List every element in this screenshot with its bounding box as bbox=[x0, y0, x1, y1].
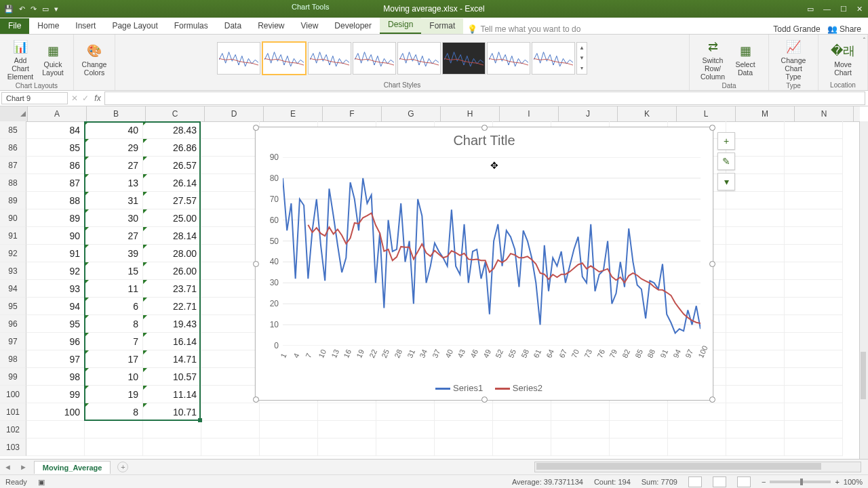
cell[interactable] bbox=[785, 139, 843, 157]
cell[interactable]: 16.14 bbox=[143, 333, 201, 350]
cell[interactable]: 28.00 bbox=[143, 245, 201, 262]
cell[interactable] bbox=[726, 262, 785, 280]
cell[interactable] bbox=[726, 280, 785, 298]
zoom-level[interactable]: 100% bbox=[844, 478, 863, 486]
cell[interactable]: 87 bbox=[26, 174, 85, 192]
cell[interactable] bbox=[260, 403, 318, 421]
tab-design[interactable]: Design bbox=[380, 17, 421, 34]
cell[interactable] bbox=[726, 439, 785, 456]
redo-icon[interactable]: ↷ bbox=[31, 5, 37, 14]
cell[interactable]: 25.00 bbox=[143, 209, 201, 227]
tab-file[interactable]: File bbox=[0, 18, 29, 34]
close-icon[interactable]: ✕ bbox=[856, 5, 863, 14]
cell[interactable] bbox=[785, 245, 843, 262]
cell[interactable]: 100 bbox=[26, 403, 85, 421]
cell[interactable]: 19 bbox=[85, 386, 143, 403]
column-header[interactable]: I bbox=[500, 106, 559, 121]
cell[interactable]: 27 bbox=[85, 227, 143, 245]
cell[interactable] bbox=[610, 439, 668, 456]
cell[interactable]: 26.86 bbox=[143, 139, 201, 157]
row-header[interactable]: 89 bbox=[0, 192, 26, 209]
cell[interactable]: 95 bbox=[26, 315, 85, 333]
cell[interactable] bbox=[785, 421, 843, 439]
column-header[interactable]: D bbox=[205, 106, 264, 121]
save-icon[interactable]: 💾 bbox=[4, 5, 14, 14]
cell[interactable]: 7 bbox=[85, 333, 143, 350]
chart-style-thumb[interactable] bbox=[487, 42, 530, 75]
column-header[interactable]: C bbox=[146, 106, 205, 121]
tell-me-search[interactable]: 💡 Tell me what you want to do bbox=[467, 24, 580, 34]
cell[interactable] bbox=[201, 262, 260, 280]
cancel-formula-icon[interactable]: ✕ bbox=[69, 94, 80, 103]
tab-developer[interactable]: Developer bbox=[326, 18, 380, 34]
cell[interactable]: 11.14 bbox=[143, 386, 201, 403]
row-header[interactable]: 101 bbox=[0, 403, 26, 421]
zoom-control[interactable]: − + 100% bbox=[762, 478, 863, 486]
select-all-corner[interactable] bbox=[0, 106, 28, 121]
cell[interactable] bbox=[260, 439, 318, 456]
change-colors-button[interactable]: 🎨Change Colors bbox=[79, 40, 110, 77]
embedded-chart[interactable]: Chart Title ✥ 9080706050403020100 147101… bbox=[255, 127, 713, 401]
cell[interactable]: 94 bbox=[26, 298, 85, 315]
cell[interactable]: 8 bbox=[85, 403, 143, 421]
sheet-nav-prev-icon[interactable]: ◄ bbox=[0, 463, 16, 471]
cell[interactable] bbox=[260, 421, 318, 439]
cell[interactable] bbox=[551, 403, 610, 421]
styles-gallery-more[interactable]: ▲▼▾ bbox=[576, 42, 587, 75]
cell[interactable] bbox=[201, 421, 260, 439]
cell[interactable]: 85 bbox=[26, 139, 85, 157]
cell[interactable] bbox=[318, 421, 376, 439]
qat-more-icon[interactable]: ▾ bbox=[54, 5, 58, 14]
cell[interactable] bbox=[785, 262, 843, 280]
cell[interactable] bbox=[435, 421, 493, 439]
x-axis[interactable]: 1471013161922252831343740434649525558616… bbox=[283, 347, 701, 374]
tab-review[interactable]: Review bbox=[250, 18, 292, 34]
new-sheet-button[interactable]: + bbox=[117, 462, 128, 472]
cell[interactable] bbox=[201, 209, 260, 227]
column-header[interactable]: E bbox=[264, 106, 323, 121]
cell[interactable] bbox=[143, 439, 201, 456]
cell[interactable] bbox=[201, 350, 260, 368]
cell[interactable] bbox=[726, 209, 785, 227]
cell[interactable]: 10 bbox=[85, 368, 143, 386]
cell[interactable]: 10.71 bbox=[143, 403, 201, 421]
cell[interactable]: 26.00 bbox=[143, 262, 201, 280]
page-layout-view-button[interactable] bbox=[713, 476, 726, 487]
cell[interactable] bbox=[201, 245, 260, 262]
row-header[interactable]: 96 bbox=[0, 315, 26, 333]
account-name[interactable]: Todd Grande bbox=[773, 24, 820, 34]
column-header[interactable]: A bbox=[28, 106, 87, 121]
cell[interactable] bbox=[785, 403, 843, 421]
cell[interactable] bbox=[201, 121, 260, 139]
column-header[interactable]: K bbox=[618, 106, 677, 121]
cell[interactable] bbox=[201, 315, 260, 333]
cell[interactable] bbox=[726, 245, 785, 262]
row-header[interactable]: 102 bbox=[0, 421, 26, 439]
cell[interactable]: 99 bbox=[26, 386, 85, 403]
cell[interactable] bbox=[726, 192, 785, 209]
cell[interactable] bbox=[726, 386, 785, 403]
cell[interactable] bbox=[610, 421, 668, 439]
move-chart-button[interactable]: �래Move Chart bbox=[827, 40, 859, 77]
horizontal-scrollbar[interactable] bbox=[534, 462, 861, 472]
normal-view-button[interactable] bbox=[688, 476, 702, 487]
macro-record-icon[interactable]: ▣ bbox=[38, 478, 45, 487]
cell[interactable]: 26.57 bbox=[143, 157, 201, 174]
row-header[interactable]: 95 bbox=[0, 298, 26, 315]
row-header[interactable]: 93 bbox=[0, 262, 26, 280]
y-axis[interactable]: 9080706050403020100 bbox=[262, 157, 280, 346]
cell[interactable]: 96 bbox=[26, 333, 85, 350]
cell[interactable]: 8 bbox=[85, 315, 143, 333]
column-header[interactable]: F bbox=[323, 106, 382, 121]
cell[interactable] bbox=[26, 421, 85, 439]
cell[interactable] bbox=[668, 403, 726, 421]
cell[interactable] bbox=[785, 192, 843, 209]
chart-styles-button[interactable]: ✎ bbox=[717, 152, 735, 170]
cell[interactable] bbox=[201, 298, 260, 315]
cell[interactable] bbox=[785, 209, 843, 227]
cell[interactable] bbox=[26, 439, 85, 456]
cell[interactable]: 98 bbox=[26, 368, 85, 386]
cell[interactable] bbox=[551, 421, 610, 439]
cell[interactable]: 29 bbox=[85, 139, 143, 157]
cell[interactable] bbox=[785, 386, 843, 403]
